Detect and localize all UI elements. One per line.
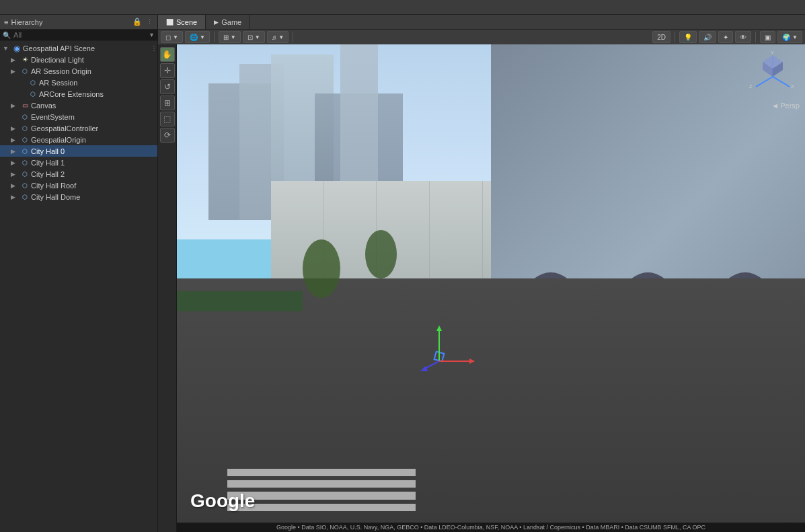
- transform-tool-btn[interactable]: ⟳: [160, 128, 175, 143]
- hierarchy-item-label-roof: City Hall Roof: [31, 182, 157, 190]
- scene-background: [177, 44, 805, 532]
- cityhall2-icon: ⬡: [20, 169, 30, 179]
- svg-line-8: [756, 77, 773, 87]
- crosswalk: [227, 469, 416, 519]
- tree-1: [303, 239, 340, 298]
- lock-icon[interactable]: 🔒: [132, 17, 142, 26]
- dome-icon: ⬡: [20, 192, 30, 202]
- hierarchy-item-ar-session[interactable]: ⬡ AR Session: [0, 77, 157, 88]
- hierarchy-item-label-eventsystem: EventSystem: [31, 113, 157, 121]
- light-icon: 💡: [684, 34, 692, 41]
- hierarchy-item-geoorigin[interactable]: ▶ ⬡ GeospatialOrigin: [0, 134, 157, 145]
- persp-label: ◄ Persp: [771, 102, 800, 110]
- expand-arrow-root: ▼: [3, 45, 11, 52]
- audio-btn[interactable]: ♬ ▼: [267, 31, 289, 43]
- hierarchy-search-input[interactable]: [13, 31, 146, 39]
- globe-btn[interactable]: 🌐 ▼: [185, 31, 210, 43]
- hierarchy-item-arcore-extensions[interactable]: ⬡ ARCore Extensions: [0, 88, 157, 100]
- geocontroller-icon: ⬡: [20, 124, 30, 133]
- expand-arrow-canvas: ▶: [11, 102, 19, 109]
- move-tool-btn[interactable]: ✛: [160, 63, 175, 78]
- light-btn[interactable]: 💡: [679, 31, 697, 43]
- hierarchy-header-icons: 🔒 ⋮: [132, 17, 153, 26]
- hierarchy-item-root[interactable]: ▼ ◉ Geospatial API Scene ⋮: [0, 42, 157, 54]
- audio-arrow: ▼: [278, 34, 284, 40]
- hierarchy-icon: ≡: [4, 18, 8, 26]
- hierarchy-item-ar-session-origin[interactable]: ▶ ⬡ AR Session Origin: [0, 65, 157, 77]
- audio2-icon: 🔊: [703, 34, 712, 41]
- attribution-bar: Google • Data SIO, NOAA, U.S. Navy, NGA,…: [177, 523, 805, 532]
- hierarchy-item-cityhall2[interactable]: ▶ ⬡ City Hall 2: [0, 168, 157, 180]
- search-dropdown-icon[interactable]: ▼: [149, 32, 155, 38]
- btn-2d[interactable]: 2D: [652, 31, 670, 43]
- green-lane: [177, 291, 303, 311]
- hide-btn[interactable]: 👁: [735, 31, 751, 43]
- hierarchy-item-label-ar-origin: AR Session Origin: [31, 67, 157, 75]
- hierarchy-item-label-root: Geospatial API Scene: [23, 44, 149, 52]
- hierarchy-item-directional-light[interactable]: ▶ ☀ Directional Light: [0, 54, 157, 65]
- tab-game[interactable]: ▶ Game: [206, 15, 250, 29]
- hierarchy-item-geocontroller[interactable]: ▶ ⬡ GeospatialController: [0, 122, 157, 134]
- hierarchy-item-cityhall0[interactable]: ▶ ⬡ City Hall 0: [0, 145, 157, 157]
- scene-icon: ◉: [12, 44, 22, 53]
- sep2: [293, 32, 293, 42]
- hide-icon: 👁: [740, 34, 746, 41]
- ar-session-icon: ⬡: [28, 78, 38, 87]
- search-icon: 🔍: [3, 32, 11, 39]
- tab-scene[interactable]: ⬜ Scene: [158, 15, 206, 29]
- svg-text:X: X: [791, 84, 794, 89]
- game-tab-label: Game: [221, 18, 241, 26]
- scene-area: ⬜ Scene ▶ Game ◻ ▼ 🌐 ▼: [158, 15, 805, 532]
- scene-tools-left: ✋ ✛ ↺ ⊞ ⬚ ⟳: [158, 44, 177, 532]
- layout-btn[interactable]: ▣: [760, 31, 775, 43]
- more-icon[interactable]: ⋮: [146, 17, 153, 26]
- scene-tab-label: Scene: [176, 18, 197, 26]
- hierarchy-item-eventsystem[interactable]: ⬡ EventSystem: [0, 111, 157, 122]
- rect-tool-btn[interactable]: ⬚: [160, 112, 175, 126]
- 2d-label: 2D: [657, 34, 666, 41]
- grid-arrow: ▼: [231, 34, 236, 40]
- expand-arrow-ch0: ▶: [11, 148, 19, 155]
- hierarchy-item-cityhallroof[interactable]: ▶ ⬡ City Hall Roof: [0, 180, 157, 191]
- hierarchy-item-label-ch2: City Hall 2: [31, 170, 157, 178]
- road-ground: [177, 278, 805, 532]
- fx-btn[interactable]: ✦: [718, 31, 733, 43]
- scene-options-icon[interactable]: ⋮: [151, 44, 157, 52]
- layout-icon: ▣: [765, 34, 771, 41]
- hierarchy-header: ≡ Hierarchy 🔒 ⋮: [0, 15, 157, 30]
- grid-btn[interactable]: ⊞ ▼: [219, 31, 241, 43]
- expand-arrow-light: ▶: [11, 56, 19, 63]
- hierarchy-item-label-canvas: Canvas: [31, 102, 157, 110]
- rotate-tool-btn[interactable]: ↺: [160, 79, 175, 94]
- sep4: [755, 32, 756, 42]
- scene-viewport[interactable]: Y X Z ◄ Persp Google Google • Data SIO, …: [177, 44, 805, 532]
- scale-tool-btn[interactable]: ⊞: [160, 96, 175, 110]
- hierarchy-item-label-ar-session: AR Session: [39, 79, 157, 87]
- hierarchy-item-cityhall1[interactable]: ▶ ⬡ City Hall 1: [0, 157, 157, 168]
- hierarchy-item-canvas[interactable]: ▶ ▭ Canvas: [0, 100, 157, 111]
- audio2-btn[interactable]: 🔊: [699, 31, 716, 43]
- crosswalk-stripe-3: [227, 492, 416, 499]
- expand-arrow-geocontroller: ▶: [11, 125, 19, 132]
- hierarchy-item-label-dome: City Hall Dome: [31, 193, 157, 201]
- ar-origin-icon: ⬡: [20, 67, 30, 76]
- orientation-widget[interactable]: Y X Z: [746, 50, 800, 104]
- arcore-icon: ⬡: [28, 89, 38, 99]
- draw-mode-btn[interactable]: ◻ ▼: [161, 31, 183, 43]
- gizmo-container: [416, 324, 483, 371]
- hand-tool-btn[interactable]: ✋: [160, 47, 175, 62]
- draw-mode-arrow: ▼: [173, 34, 178, 40]
- top-tab-bar: [0, 0, 805, 15]
- svg-text:Z: Z: [749, 84, 753, 89]
- global-btn[interactable]: 🌍 ▼: [777, 31, 802, 43]
- geoorigin-icon: ⬡: [20, 135, 30, 145]
- cityhall0-icon: ⬡: [20, 147, 30, 156]
- expand-arrow-ch1: ▶: [11, 159, 19, 166]
- audio-icon: ♬: [272, 34, 277, 41]
- hierarchy-item-label-ch0: City Hall 0: [31, 147, 157, 155]
- expand-arrow-geoorigin: ▶: [11, 137, 19, 143]
- persp-text: Persp: [780, 102, 800, 110]
- hierarchy-item-cityhalldome[interactable]: ▶ ⬡ City Hall Dome: [0, 191, 157, 202]
- hierarchy-panel: ≡ Hierarchy 🔒 ⋮ 🔍 ▼ ▼ ◉ Geospatial API S…: [0, 15, 158, 532]
- snap-btn[interactable]: ⊡ ▼: [243, 31, 265, 43]
